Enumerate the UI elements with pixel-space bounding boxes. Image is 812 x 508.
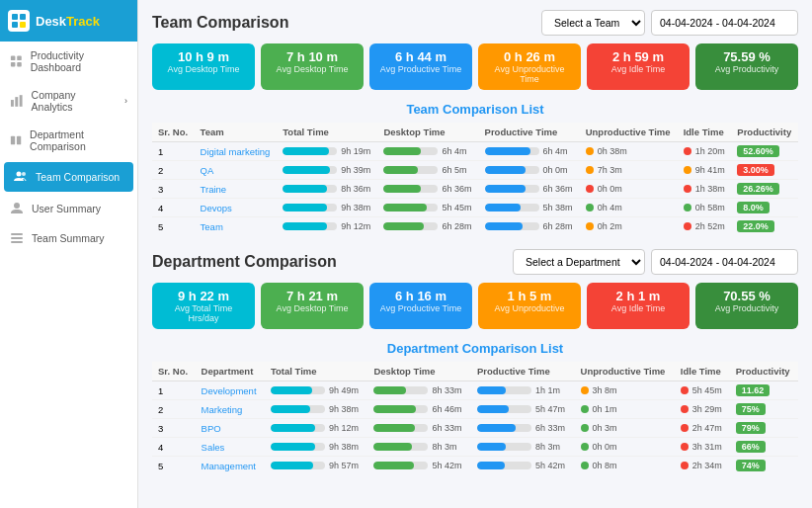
bar-cell: 0h 2m [586, 221, 672, 231]
stat-value: 2 h 1 m [597, 289, 680, 303]
productivity-badge: 52.60% [737, 145, 779, 157]
cell-unproductive: 0h 38m [580, 142, 678, 161]
dot-icon [684, 166, 691, 174]
cell-productive: 6h 4m [479, 142, 580, 161]
cell-desktop: 6h 5m [377, 161, 478, 180]
bar-cell: 8h 36m [283, 184, 371, 194]
sidebar-item-department[interactable]: Department Comparison [0, 121, 137, 160]
team-select[interactable]: Select a Team [541, 10, 645, 36]
stat-label: Avg Desktop Time [162, 64, 245, 74]
bar-cell: 0h 38m [586, 146, 672, 156]
stat-label: Avg Idle Time [597, 303, 680, 313]
bar-cell: 6h 36m [383, 184, 472, 194]
team-list-title: Team Comparison List [152, 102, 798, 117]
productivity-badge: 8.0% [737, 202, 770, 213]
bar-label: 0h 2m [598, 221, 622, 231]
sidebar-item-productivity[interactable]: Productivity Dashboard [0, 42, 137, 81]
cell-productive: 8h 3m [471, 438, 575, 457]
bar-cell: 9h 57m [271, 461, 363, 470]
cell-unproductive: 7h 3m [580, 161, 678, 180]
bar-label: 5h 47m [535, 404, 565, 414]
sidebar-item-team-summary[interactable]: Team Summary [0, 223, 137, 253]
team-section-header: Team Comparison Select a Team [152, 10, 798, 36]
sidebar-item-team[interactable]: Team Comparison [4, 162, 133, 192]
svg-point-15 [14, 203, 20, 209]
bar-label: 2h 34m [692, 461, 722, 470]
dept-stat-total: 9 h 22 m Avg Total Time Hrs/day [152, 283, 255, 329]
cell-sr: 2 [152, 161, 195, 180]
col-header-sr: Sr. No. [152, 123, 195, 142]
cell-sr: 3 [152, 180, 195, 199]
dept-stat-desktop: 7 h 21 m Avg Desktop Time [261, 283, 364, 329]
productivity-badge: 22.0% [737, 220, 774, 232]
bar-cell: 6h 5m [383, 165, 472, 175]
col-header-unproductive: Unproductive Time [580, 123, 678, 142]
cell-total: 9h 19m [277, 142, 377, 161]
cell-total: 9h 38m [265, 400, 368, 419]
col-header-productivity: Productivity [730, 362, 798, 381]
cell-idle: 3h 31m [675, 438, 730, 457]
bar-cell: 9h 38m [271, 404, 363, 414]
bar-label: 5h 42m [535, 461, 565, 470]
cell-desktop: 8h 3m [367, 438, 471, 457]
svg-rect-11 [11, 136, 15, 145]
table-row: 1 Digital marketing 9h 19m 6h 4m 6h 4m 0… [152, 142, 798, 161]
col-header-unproductive: Unproductive Time [575, 362, 675, 381]
sidebar-item-company[interactable]: Company Analytics › [0, 81, 137, 121]
table-row: 2 QA 9h 39m 6h 5m 0h 0m 7h 3m 9h 41m 3.0… [152, 161, 798, 180]
cell-productive: 1h 1m [471, 381, 575, 400]
svg-point-14 [22, 172, 26, 176]
team-stat-cards: 10 h 9 m Avg Desktop Time 7 h 10 m Avg D… [152, 43, 798, 90]
dept-date-range[interactable] [651, 249, 798, 275]
sidebar-item-user-summary[interactable]: User Summary [0, 194, 137, 223]
cell-total: 9h 38m [277, 199, 377, 217]
dot-icon [684, 204, 691, 212]
sidebar-item-label: Team Comparison [36, 171, 120, 183]
stat-value: 2 h 59 m [597, 49, 680, 64]
stat-value: 9 h 22 m [162, 289, 245, 303]
cell-unproductive: 0h 3m [575, 419, 675, 438]
bar-label: 3h 8m [593, 385, 617, 395]
dept-stat-productivity: 70.55 % Avg Productivity [695, 283, 798, 329]
cell-idle: 3h 29m [675, 400, 730, 419]
bar-cell: 5h 42m [373, 461, 465, 470]
bar-cell: 0h 0m [485, 165, 574, 175]
stat-label: Avg Desktop Time [271, 303, 354, 313]
bar-cell: 6h 28m [383, 221, 472, 231]
cell-total: 9h 12m [277, 217, 377, 236]
bar-cell: 6h 33m [477, 423, 569, 433]
stat-value: 0 h 26 m [488, 49, 571, 64]
col-header-productive: Productive Time [471, 362, 575, 381]
stat-label: Avg Idle Time [597, 64, 680, 74]
bar-cell: 9h 41m [684, 165, 726, 175]
cell-desktop: 8h 33m [367, 381, 471, 400]
chevron-icon: › [124, 96, 127, 106]
dot-icon [586, 204, 594, 212]
bar-label: 0h 4m [598, 203, 622, 212]
logo-text: DeskTrack [36, 14, 100, 29]
cell-productivity: 75% [730, 400, 798, 419]
cell-dept: Development [196, 381, 265, 400]
cell-unproductive: 0h 8m [575, 457, 675, 475]
productivity-badge: 79% [736, 422, 766, 434]
dept-select[interactable]: Select a Department [513, 249, 645, 275]
table-row: 2 Marketing 9h 38m 6h 46m 5h 47m 0h 1m 3… [152, 400, 798, 419]
bar-cell: 2h 34m [681, 461, 724, 470]
stat-label: Avg Unproductive [488, 303, 571, 313]
bar-cell: 0h 58m [684, 203, 726, 212]
team-date-range[interactable] [651, 10, 798, 36]
dot-icon [684, 222, 691, 230]
dot-icon [681, 462, 689, 469]
cell-team: Team [195, 217, 278, 236]
bar-label: 9h 38m [329, 404, 359, 414]
cell-team: QA [195, 161, 278, 180]
table-row: 4 Devops 9h 38m 5h 45m 5h 38m 0h 4m 0h 5… [152, 199, 798, 217]
team-stat-productive: 6 h 44 m Avg Productive Time [369, 43, 472, 90]
dot-icon [586, 185, 594, 193]
cell-team: Devops [195, 199, 278, 217]
cell-sr: 5 [152, 457, 196, 475]
dept-section-header: Department Comparison Select a Departmen… [152, 249, 798, 275]
cell-idle: 2h 34m [675, 457, 730, 475]
bar-cell: 0h 1m [581, 404, 669, 414]
bar-cell: 3h 29m [681, 404, 724, 414]
